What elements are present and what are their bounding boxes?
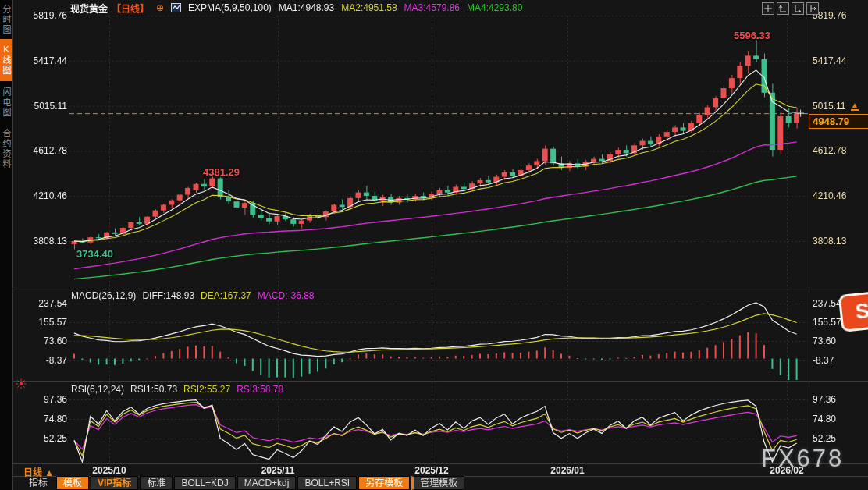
macd-diff-value: DIFF:148.93 [142,290,194,301]
template-toolbar: 指标 模板 VIP指标 标准 BOLL+KDJ MACD+kdj BOLL+RS… [22,476,464,490]
low-price-annotation: 3734.40 [76,248,113,260]
ma4-value: MA4:4293.80 [467,2,522,13]
sidebar-item-timeshare[interactable]: 分时图 [0,0,12,39]
chart-type-sidebar: 分时图 K线图 闪电图 合约资料 [0,0,13,490]
toolbar-item-save-template[interactable]: 另存模板 [358,476,410,490]
swing-high-annotation: 4381.29 [203,166,240,178]
rsi3-value: RSI3:58.78 [237,384,283,395]
macd-axis-label: 73.60 [813,336,867,346]
main-chart-canvas[interactable] [0,0,868,490]
chart-header: 现货黄金 【日线】 ⊕ EXPMA(5,9,50,100) MA1:4948.9… [70,2,522,14]
scale-x-axis-icon[interactable] [792,2,804,15]
y-axis-label: 4210.46 [16,190,67,201]
toolbar-item-manage-template[interactable]: 管理模板 [411,476,464,490]
indicator-chart-icon[interactable] [171,3,181,12]
sidebar-item-kline[interactable]: K线图 [0,39,12,81]
ma3-value: MA3:4579.86 [404,2,460,13]
macd-title: MACD(26,12,9) [71,290,136,301]
rsi-axis-label: 97.36 [16,394,67,405]
rsi-title: RSI(6,12,24) [71,384,124,395]
macd-axis-label: -8.37 [813,355,867,366]
symbol-title: 现货黄金 [70,2,108,15]
toolbar-item-vip-indicators[interactable]: VIP指标 [91,476,138,490]
x-axis-month-label: 2025/10 [92,465,126,476]
rsi-axis-label: 74.80 [16,414,67,424]
sidebar-item-lightning[interactable]: 闪电图 [0,81,12,123]
macd-axis-label: 155.57 [16,317,67,328]
toolbar-item-macd-kdj[interactable]: MACD+kdj [237,476,297,490]
crosshair-move-icon[interactable] [762,2,774,15]
y-axis-label: 5015.11 [16,101,67,112]
macd-dea-value: DEA:167.37 [201,290,251,301]
rsi2-value: RSI2:55.27 [183,384,230,395]
y-axis-label: 3808.13 [16,236,67,247]
y-axis-label: 5819.76 [16,10,67,21]
ma2-value: MA2:4951.58 [341,2,397,13]
toolbar-item-indicators[interactable]: 指标 [22,476,55,490]
y-axis-label: 3808.13 [813,236,867,247]
price-marker-arrow-icon: ▲ [851,101,859,111]
y-axis-label: 5417.44 [16,55,67,66]
y-axis-label: 4210.46 [813,190,867,201]
rsi-axis-label: 52.25 [16,433,67,444]
macd-value: MACD:-36.88 [258,290,315,301]
sidebar-item-contract-info[interactable]: 合约资料 [0,123,12,174]
trading-app-window: 分时图 K线图 闪电图 合约资料 现货黄金 【日线】 ⊕ EXPMA(5,9,5… [0,0,868,490]
indicator-label: EXPMA(5,9,50,100) [188,2,272,13]
current-price-box: 4948.79 [809,114,868,129]
macd-axis-label: -8.37 [16,355,67,366]
macd-axis-label: 73.60 [16,336,67,346]
rsi-axis-label: 74.80 [813,414,867,424]
rsi-axis-label: 97.36 [813,394,867,405]
chart-tool-icons [762,2,819,15]
x-axis-month-label: 2026/01 [550,465,584,476]
y-axis-label: 4612.78 [16,145,67,156]
x-axis-month-label: 2025/12 [414,465,448,476]
period-tag[interactable]: 【日线】 [112,2,149,15]
site-logo-badge: S [838,290,868,332]
macd-axis-label: 237.54 [16,298,67,309]
pan-right-icon[interactable] [806,2,819,15]
toolbar-item-boll-rsi[interactable]: BOLL+RSI [297,476,357,490]
toolbar-item-boll-kdj[interactable]: BOLL+KDJ [174,476,235,490]
high-price-annotation: 5596.33 [734,30,770,41]
toolbar-item-standard[interactable]: 标准 [140,476,173,490]
target-icon[interactable]: ⊕ [156,2,164,13]
macd-header: MACD(26,12,9) DIFF:148.93 DEA:167.37 MAC… [71,290,315,301]
rsi-axis-label: 52.25 [813,433,867,444]
rsi-header: RSI(6,12,24) RSI1:50.73 RSI2:55.27 RSI3:… [71,384,283,395]
y-axis-label: 5417.44 [813,55,867,66]
ma1-value: MA1:4948.93 [279,2,334,13]
indicator-settings-icon[interactable] [16,378,27,392]
y-axis-label: 5015.11 [813,101,867,112]
x-axis-month-label: 2025/11 [261,465,295,476]
watermark: FX678 [761,445,844,473]
y-axis-label: 4612.78 [813,145,867,156]
rsi1-value: RSI1:50.73 [130,384,177,395]
scale-y-axis-icon[interactable] [777,2,789,15]
y-axis-label: 5819.76 [813,10,867,21]
toolbar-item-template[interactable]: 模板 [56,476,89,490]
